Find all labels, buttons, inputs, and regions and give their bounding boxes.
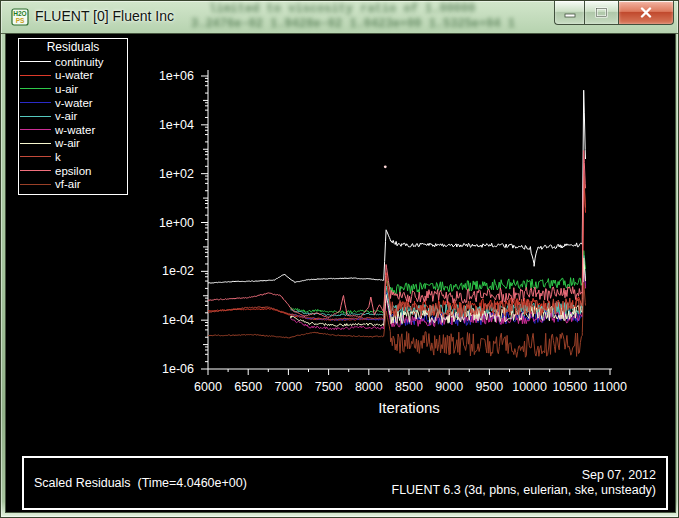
caption-box: Scaled Residuals (Time=4.0460e+00) Sep 0…	[22, 456, 668, 510]
close-button[interactable]	[619, 1, 674, 25]
x-tick-label: 6500	[234, 380, 262, 394]
minimize-icon	[564, 8, 576, 18]
legend-label: epsilon	[55, 165, 91, 177]
x-tick-label: 7500	[315, 380, 343, 394]
legend-label: vf-air	[55, 178, 81, 190]
solver-version-label: FLUENT 6.3 (3d, pbns, eulerian, ske, uns…	[392, 483, 657, 499]
legend-swatch-k	[20, 156, 51, 157]
x-tick-label: 6000	[194, 380, 222, 394]
titlebar[interactable]: limited to viscosity ratio of 1.00000 3.…	[1, 1, 679, 34]
plot-caption: Scaled Residuals (Time=4.0460e+00)	[34, 476, 247, 490]
series-curves	[208, 90, 586, 357]
window-controls	[554, 1, 674, 25]
date-label: Sep 07, 2012	[392, 468, 657, 484]
x-tick-label: 10500	[552, 380, 587, 394]
legend-swatch-v-water	[20, 102, 51, 103]
series-line-epsilon	[208, 151, 586, 318]
legend-item-k: k	[19, 150, 127, 164]
legend-label: v-water	[55, 97, 93, 109]
x-tick-label: 8000	[355, 380, 383, 394]
x-tick-label: 11000	[593, 380, 627, 394]
x-tick-label: 8500	[395, 380, 423, 394]
legend-item-v-air: v-air	[19, 109, 127, 123]
legend-label: u-air	[55, 83, 78, 95]
legend-swatch-continuity	[20, 61, 51, 62]
caption-right: Sep 07, 2012 FLUENT 6.3 (3d, pbns, euler…	[392, 468, 657, 499]
minimize-button[interactable]	[554, 1, 584, 25]
legend-item-v-water: v-water	[19, 96, 127, 110]
fluent-app-icon: H2O PS	[11, 8, 29, 26]
x-tick-label: 7000	[274, 380, 302, 394]
maximize-icon	[595, 7, 608, 18]
legend-label: w-water	[55, 124, 95, 136]
x-tick-label: 9000	[435, 380, 463, 394]
y-tick-label: 1e+02	[159, 167, 194, 181]
legend-item-w-air: w-air	[19, 137, 127, 151]
maximize-button[interactable]	[584, 1, 619, 25]
legend-swatch-epsilon	[20, 170, 51, 171]
legend-label: continuity	[55, 56, 104, 68]
axes	[201, 70, 612, 375]
legend-swatch-vf-air	[20, 184, 51, 185]
legend-title: Residuals	[19, 40, 127, 55]
window-title: FLUENT [0] Fluent Inc	[35, 8, 174, 24]
y-tick-label: 1e-02	[162, 264, 194, 278]
legend-item-w-water: w-water	[19, 123, 127, 137]
svg-text:PS: PS	[16, 17, 25, 24]
legend-swatch-w-water	[20, 129, 51, 130]
close-icon	[640, 7, 652, 18]
legend-swatch-u-water	[20, 75, 51, 76]
legend-swatch-v-air	[20, 116, 51, 117]
x-tick-label: 10000	[512, 380, 547, 394]
legend-label: k	[55, 151, 61, 163]
legend-swatch-u-air	[20, 88, 51, 89]
fluent-graphics-window: limited to viscosity ratio of 1.00000 3.…	[0, 0, 679, 518]
legend-item-u-water: u-water	[19, 69, 127, 83]
background-console-text-blurred: limited to viscosity ratio of 1.00000	[209, 2, 475, 16]
svg-text:H2O: H2O	[13, 10, 26, 17]
legend-label: w-air	[55, 137, 80, 149]
stray-data-point	[384, 165, 387, 168]
legend-item-vf-air: vf-air	[19, 177, 127, 191]
x-axis-title: Iterations	[378, 399, 440, 416]
legend-swatch-w-air	[20, 143, 51, 144]
y-tick-label: 1e+04	[159, 118, 194, 132]
series-line-u-water	[208, 176, 586, 320]
y-tick-label: 1e+06	[159, 69, 194, 83]
y-tick-label: 1e-06	[162, 362, 194, 376]
series-line-continuity	[208, 90, 586, 283]
legend-item-u-air: u-air	[19, 82, 127, 96]
residuals-legend: Residuals continuityu-wateru-airv-waterv…	[18, 38, 128, 195]
legend-items: continuityu-wateru-airv-waterv-airw-wate…	[19, 55, 127, 191]
legend-label: v-air	[55, 110, 77, 122]
x-tick-label: 9500	[475, 380, 503, 394]
plot-client-area: 6000650070007500800085009000950010000105…	[6, 34, 675, 512]
background-console-text-blurred: 3.2476e-02 1.9428e-02 1.0423e+00 1.5325e…	[191, 17, 515, 31]
legend-label: u-water	[55, 69, 93, 81]
legend-item-continuity: continuity	[19, 55, 127, 69]
y-tick-label: 1e-04	[162, 313, 194, 327]
y-tick-label: 1e+00	[159, 216, 194, 230]
legend-item-epsilon: epsilon	[19, 164, 127, 178]
